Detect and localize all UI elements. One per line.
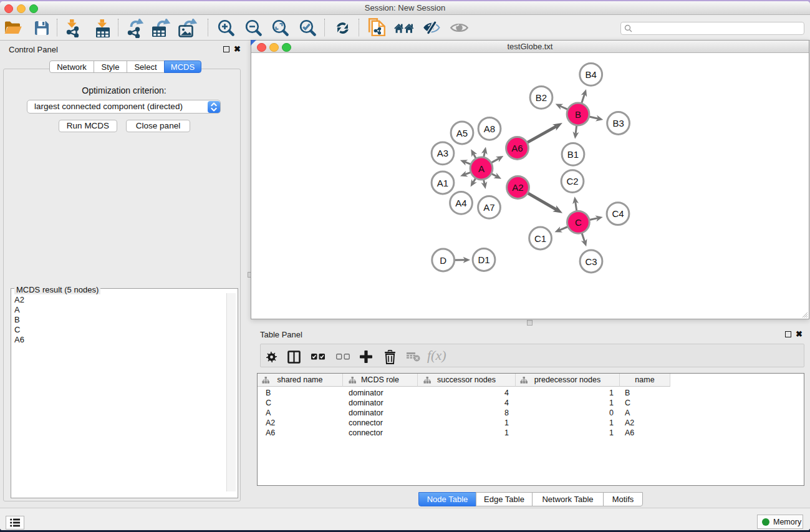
svg-text:B3: B3 [612, 118, 624, 128]
svg-text:C: C [575, 217, 582, 228]
svg-text:D: D [440, 255, 446, 266]
svg-text:C2: C2 [566, 176, 578, 186]
svg-text:A8: A8 [484, 123, 495, 134]
svg-text:A7: A7 [483, 202, 494, 213]
svg-text:C4: C4 [612, 208, 624, 219]
svg-text:A6: A6 [511, 143, 523, 153]
svg-text:B: B [575, 109, 581, 120]
svg-text:B1: B1 [567, 149, 579, 160]
svg-text:A2: A2 [512, 182, 523, 193]
svg-text:B4: B4 [586, 69, 597, 80]
svg-text:A1: A1 [437, 178, 448, 188]
svg-text:C3: C3 [585, 256, 597, 267]
svg-text:A4: A4 [455, 198, 466, 208]
svg-text:A5: A5 [456, 128, 468, 138]
svg-text:D1: D1 [478, 254, 489, 265]
svg-text:A: A [478, 163, 485, 174]
svg-text:C1: C1 [534, 233, 546, 244]
svg-text:B2: B2 [536, 92, 547, 103]
svg-text:A3: A3 [437, 148, 448, 158]
